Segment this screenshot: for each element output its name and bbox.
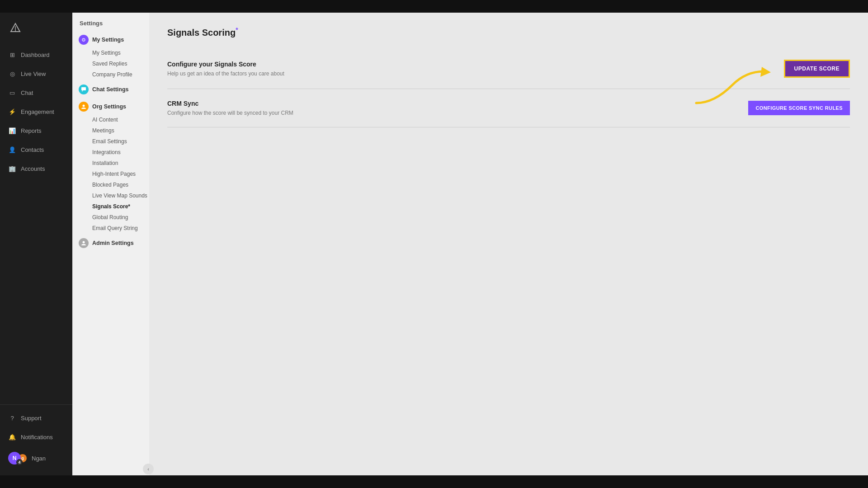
settings-link-live-view-map-sounds[interactable]: Live View Map Sounds	[72, 190, 149, 201]
chat-icon: ▭	[8, 89, 16, 97]
bell-icon: 🔔	[8, 433, 16, 441]
crm-sync-card: CRM Sync Configure how the score will be…	[167, 89, 850, 127]
settings-link-saved-replies[interactable]: Saved Replies	[72, 58, 149, 69]
logo	[0, 18, 72, 45]
settings-link-high-intent-pages[interactable]: High-Intent Pages	[72, 169, 149, 179]
sidebar-item-engagement[interactable]: ⚡ Engagement	[0, 102, 72, 121]
settings-link-my-settings[interactable]: My Settings	[72, 47, 149, 58]
nav-spacer	[0, 178, 72, 404]
settings-link-company-profile[interactable]: Company Profile	[72, 69, 149, 80]
settings-sidebar-title: Settings	[72, 20, 149, 32]
svg-point-4	[83, 241, 85, 244]
configure-signals-card: Configure your Signals Score Help us get…	[167, 49, 850, 89]
sidebar-item-reports[interactable]: 📊 Reports	[0, 121, 72, 140]
settings-link-blocked-pages[interactable]: Blocked Pages	[72, 179, 149, 190]
settings-section-org-settings: Org Settings AI Content Meetings Email S…	[72, 99, 149, 234]
settings-link-email-query-string[interactable]: Email Query String	[72, 223, 149, 234]
sidebar-item-contacts[interactable]: 👤 Contacts	[0, 140, 72, 159]
sidebar-item-live-view[interactable]: ◎ Live View	[0, 64, 72, 83]
sidebar-item-support[interactable]: ? Support	[0, 408, 72, 427]
admin-settings-header[interactable]: Admin Settings	[72, 235, 149, 251]
avatar: N 4	[8, 452, 21, 465]
user-profile[interactable]: N 4 g Ngan	[0, 446, 72, 470]
eye-icon: ◎	[8, 70, 16, 78]
settings-link-installation[interactable]: Installation	[72, 158, 149, 169]
nav-bottom: ? Support 🔔 Notifications N 4 g Ngan	[0, 404, 72, 470]
settings-link-email-settings[interactable]: Email Settings	[72, 136, 149, 147]
settings-link-global-routing[interactable]: Global Routing	[72, 212, 149, 223]
settings-section-chat-settings: Chat Settings	[72, 82, 149, 97]
chat-settings-header[interactable]: Chat Settings	[72, 82, 149, 97]
update-score-button[interactable]: UPDATE SCORE	[784, 60, 850, 78]
settings-link-meetings[interactable]: Meetings	[72, 125, 149, 136]
engagement-icon: ⚡	[8, 108, 16, 116]
collapse-sidebar-button[interactable]: ‹	[143, 464, 154, 474]
svg-rect-1	[81, 87, 86, 90]
sidebar-item-accounts[interactable]: 🏢 Accounts	[0, 159, 72, 178]
bottom-bar	[0, 475, 868, 488]
chat-settings-icon	[79, 84, 89, 94]
settings-sidebar: Settings ⚙ My Settings My Settings Saved…	[72, 13, 149, 475]
admin-settings-icon	[79, 238, 89, 248]
crm-sync-heading: CRM Sync	[167, 100, 293, 107]
crm-sync-text: CRM Sync Configure how the score will be…	[167, 100, 293, 116]
home-icon: ⊞	[8, 51, 16, 59]
configure-score-sync-button[interactable]: CONFIGURE SCORE SYNC RULES	[748, 101, 850, 115]
avatar-badge: 4	[16, 459, 23, 465]
settings-link-ai-content[interactable]: AI Content	[72, 114, 149, 125]
my-settings-icon: ⚙	[79, 35, 89, 45]
settings-section-admin-settings: Admin Settings	[72, 235, 149, 251]
app-body: ⊞ Dashboard ◎ Live View ▭ Chat ⚡ Engagem…	[0, 13, 868, 475]
settings-link-signals-score[interactable]: Signals Score*	[72, 201, 149, 212]
page-title: Signals Scoring*	[167, 26, 850, 38]
accounts-icon: 🏢	[8, 164, 16, 173]
sidebar-item-chat[interactable]: ▭ Chat	[0, 83, 72, 102]
configure-signals-heading: Configure your Signals Score	[167, 61, 284, 68]
left-nav: ⊞ Dashboard ◎ Live View ▭ Chat ⚡ Engagem…	[0, 13, 72, 475]
sidebar-item-dashboard[interactable]: ⊞ Dashboard	[0, 45, 72, 64]
svg-point-3	[83, 105, 85, 107]
settings-link-integrations[interactable]: Integrations	[72, 147, 149, 158]
crm-sync-description: Configure how the score will be synced t…	[167, 110, 293, 116]
svg-marker-2	[82, 90, 83, 92]
top-bar	[0, 0, 868, 13]
my-settings-header[interactable]: ⚙ My Settings	[72, 32, 149, 47]
org-settings-header[interactable]: Org Settings	[72, 99, 149, 114]
question-icon: ?	[8, 414, 16, 422]
avatar-stack: N 4 g	[8, 452, 27, 465]
sidebar-item-notifications[interactable]: 🔔 Notifications	[0, 427, 72, 446]
reports-icon: 📊	[8, 127, 16, 135]
contacts-icon: 👤	[8, 145, 16, 154]
configure-signals-description: Help us get an idea of the factors you c…	[167, 70, 284, 77]
configure-signals-text: Configure your Signals Score Help us get…	[167, 61, 284, 77]
main-content: Signals Scoring* Configure your Signals …	[149, 13, 868, 475]
settings-section-my-settings: ⚙ My Settings My Settings Saved Replies …	[72, 32, 149, 80]
org-settings-icon	[79, 102, 89, 112]
